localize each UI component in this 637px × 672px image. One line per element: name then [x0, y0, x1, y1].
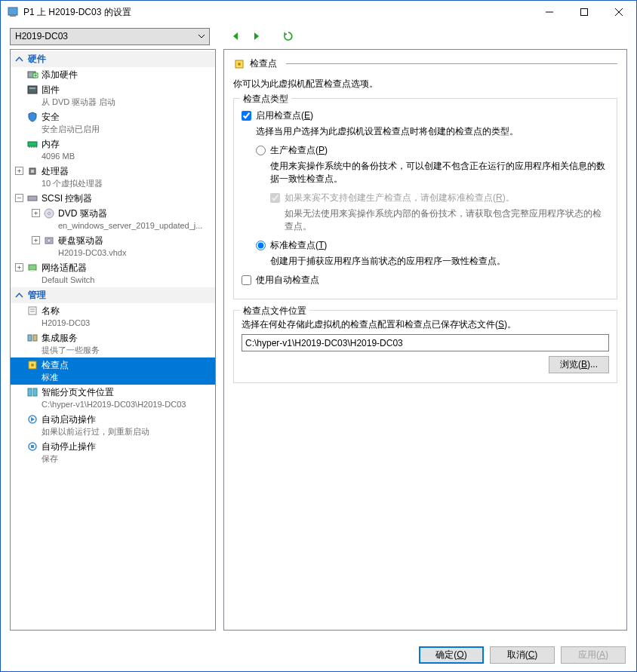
autostop-icon — [26, 440, 38, 453]
svg-rect-24 — [29, 265, 36, 270]
autostart-icon — [26, 413, 38, 425]
name-icon — [26, 305, 38, 317]
chevron-up-icon — [15, 55, 23, 63]
title-bar: P1 上 H2019-DC03 的设置 — [1, 1, 636, 23]
enable-checkpoints-label: 启用检查点(E) — [256, 109, 313, 122]
vm-selector[interactable]: H2019-DC03 — [10, 28, 210, 45]
sidebar-item-name[interactable]: 名称H2019-DC03 — [11, 303, 215, 330]
fallback-checkbox-row: 如果来宾不支持创建生产检查点，请创建标准检查点(R)。 — [270, 192, 609, 204]
apply-label: 应用(A) — [578, 649, 608, 661]
expand-toggle[interactable]: + — [32, 236, 40, 244]
browse-button[interactable]: 浏览(B)... — [549, 356, 609, 373]
sidebar-item-hdd[interactable]: + 硬盘驱动器H2019-DC03.vhdx — [11, 233, 215, 260]
fallback-desc: 如果无法使用来宾操作系统内部的备份技术，请获取包含完整应用程序状态的检查点。 — [285, 207, 609, 233]
enable-checkpoints-row[interactable]: 启用检查点(E) — [242, 109, 609, 122]
sidebar-item-autostart[interactable]: 自动启动操作如果以前运行过，则重新启动 — [11, 412, 215, 439]
dialog-footer: 确定(O) 取消(C) 应用(A) — [1, 638, 636, 671]
standard-checkpoint-label: 标准检查点(T) — [270, 239, 327, 252]
svg-point-32 — [31, 364, 34, 367]
expand-toggle[interactable]: + — [32, 209, 40, 217]
sidebar-item-network[interactable]: + 网络适配器Default Switch — [11, 260, 215, 287]
chevron-down-icon — [198, 31, 205, 41]
sidebar-item-add-hardware[interactable]: 添加硬件 — [11, 67, 215, 82]
refresh-button[interactable] — [281, 29, 296, 44]
production-checkpoint-radio[interactable] — [256, 146, 266, 155]
svg-rect-30 — [33, 335, 37, 341]
svg-rect-10 — [28, 86, 37, 94]
svg-rect-11 — [29, 87, 35, 89]
checkpoint-icon — [233, 58, 245, 70]
checkpoint-type-group: 检查点类型 启用检查点(E) 选择当用户选择为此虚拟机设置检查点时将创建的检查点… — [233, 98, 617, 299]
location-desc: 选择在何处存储此虚拟机的检查点配置和检查点已保存状态文件(S)。 — [242, 318, 609, 331]
auto-checkpoint-label: 使用自动检查点 — [256, 274, 319, 287]
sidebar-item-autostop[interactable]: 自动停止操作保存 — [11, 439, 215, 466]
svg-rect-3 — [581, 9, 588, 16]
sidebar-item-memory[interactable]: 内存4096 MB — [11, 137, 215, 164]
app-icon — [7, 6, 19, 18]
shield-icon — [26, 111, 38, 123]
nav-back-button[interactable] — [228, 29, 243, 44]
nav-forward-button[interactable] — [249, 29, 264, 44]
svg-rect-18 — [31, 170, 34, 173]
standard-desc: 创建用于捕获应用程序当前状态的应用程序一致性检查点。 — [270, 255, 609, 268]
sidebar-item-scsi[interactable]: − SCSI 控制器 — [11, 191, 215, 206]
checkpoint-icon — [26, 359, 38, 371]
expand-toggle[interactable]: + — [15, 263, 23, 272]
production-checkpoint-label: 生产检查点(P) — [270, 144, 328, 157]
auto-checkpoint-checkbox[interactable] — [242, 275, 251, 285]
cancel-button[interactable]: 取消(C) — [490, 646, 555, 664]
auto-checkpoint-row[interactable]: 使用自动检查点 — [242, 274, 609, 287]
sidebar-header-management[interactable]: 管理 — [11, 287, 215, 303]
pane-title: 检查点 — [250, 57, 277, 70]
paging-icon — [26, 386, 38, 398]
add-hardware-icon — [26, 69, 38, 81]
scsi-icon — [26, 192, 38, 204]
sidebar-item-integration[interactable]: 集成服务提供了一些服务 — [11, 330, 215, 357]
close-button[interactable] — [602, 1, 636, 23]
svg-rect-12 — [28, 142, 37, 146]
svg-point-39 — [238, 63, 241, 66]
sidebar-item-firmware[interactable]: 固件从 DVD 驱动器 启动 — [11, 82, 215, 109]
svg-rect-34 — [33, 388, 37, 396]
minimize-button[interactable] — [532, 1, 567, 23]
expand-toggle[interactable]: − — [15, 194, 23, 202]
disc-icon — [43, 207, 55, 219]
svg-rect-26 — [29, 307, 36, 315]
production-desc: 使用来宾操作系统中的备份技术，可以创建不包含正在运行的应用程序相关信息的数据一致… — [270, 160, 609, 186]
sidebar-item-security[interactable]: 安全安全启动已启用 — [11, 109, 215, 137]
sidebar-item-processor[interactable]: + 处理器10 个虚拟处理器 — [11, 164, 215, 191]
cancel-label: 取消(C) — [507, 649, 538, 661]
standard-radio-row[interactable]: 标准检查点(T) — [256, 239, 609, 252]
production-radio-row[interactable]: 生产检查点(P) — [256, 144, 609, 157]
checkpoint-path-input[interactable]: C:\hyper-v1\H2019-DC03\H2019-DC03 — [242, 334, 609, 351]
svg-point-23 — [48, 239, 51, 243]
pane-header: 检查点 — [233, 57, 617, 70]
settings-sidebar[interactable]: 硬件 添加硬件 固件从 DVD 驱动器 启动 安全安全启动已启用 内存4096 … — [10, 49, 216, 631]
sidebar-header-hardware[interactable]: 硬件 — [11, 51, 215, 67]
sidebar-item-dvd[interactable]: + DVD 驱动器en_windows_server_2019_updated_… — [11, 206, 215, 233]
settings-detail-pane: 检查点 你可以为此虚拟机配置检查点选项。 检查点类型 启用检查点(E) 选择当用… — [223, 49, 627, 631]
svg-rect-33 — [28, 388, 32, 396]
svg-point-21 — [48, 213, 51, 215]
network-icon — [26, 262, 38, 274]
svg-rect-37 — [31, 445, 34, 448]
standard-checkpoint-radio[interactable] — [256, 241, 266, 250]
svg-rect-0 — [8, 8, 17, 15]
svg-rect-19 — [28, 196, 37, 201]
divider — [286, 63, 617, 64]
memory-icon — [26, 138, 38, 150]
integration-icon — [26, 332, 38, 344]
maximize-button[interactable] — [567, 1, 602, 23]
fallback-label: 如果来宾不支持创建生产检查点，请创建标准检查点(R)。 — [285, 192, 515, 204]
checkpoint-location-group: 检查点文件位置 选择在何处存储此虚拟机的检查点配置和检查点已保存状态文件(S)。… — [233, 310, 617, 383]
svg-rect-25 — [30, 270, 35, 272]
sidebar-item-checkpoints[interactable]: 检查点标准 — [11, 357, 215, 385]
group-title: 检查点类型 — [240, 93, 291, 106]
window-title: P1 上 H2019-DC03 的设置 — [23, 6, 532, 19]
ok-button[interactable]: 确定(O) — [419, 646, 484, 664]
enable-desc: 选择当用户选择为此虚拟机设置检查点时将创建的检查点的类型。 — [256, 125, 609, 138]
enable-checkpoints-checkbox[interactable] — [242, 111, 251, 121]
ok-label: 确定(O) — [435, 649, 466, 661]
expand-toggle[interactable]: + — [15, 167, 23, 175]
sidebar-item-paging[interactable]: 智能分页文件位置C:\hyper-v1\H2019-DC03\H2019-DC0… — [11, 385, 215, 412]
